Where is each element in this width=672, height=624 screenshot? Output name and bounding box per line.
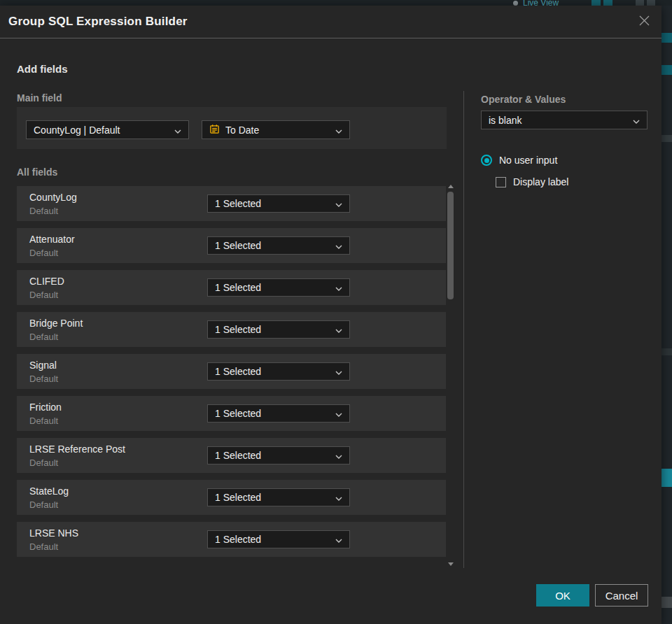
- date-field-select[interactable]: To Date: [202, 120, 350, 139]
- display-label-checkbox-row[interactable]: Display label: [496, 176, 568, 187]
- chevron-down-icon: [335, 408, 342, 419]
- chevron-down-icon: [335, 492, 342, 503]
- chevron-down-icon: [633, 115, 640, 126]
- panel-divider: [463, 91, 464, 568]
- display-label-label[interactable]: Display label: [513, 176, 568, 187]
- field-row: Bridge Point Default 1 Selected: [17, 312, 446, 347]
- background-panel-block: [662, 65, 672, 75]
- main-field-select[interactable]: CountyLog | Default: [26, 120, 189, 139]
- chevron-down-icon: [335, 534, 342, 545]
- main-field-label: Main field: [17, 92, 62, 104]
- row-selected-label: 1 Selected: [215, 198, 330, 209]
- field-row: LRSE Reference Post Default 1 Selected: [17, 438, 446, 473]
- row-selected-label: 1 Selected: [215, 408, 330, 419]
- background-toolbar-chip: [647, 0, 655, 6]
- scrollbar-up-arrow-icon[interactable]: [448, 185, 454, 188]
- field-sub: Default: [29, 332, 58, 342]
- chevron-down-icon: [335, 282, 342, 293]
- background-panel-block: [662, 33, 672, 43]
- dialog-title: Group SQL Expression Builder: [8, 15, 188, 29]
- field-name: StateLog: [29, 485, 69, 497]
- field-sub: Default: [29, 206, 58, 216]
- operator-values-label: Operator & Values: [481, 94, 566, 105]
- background-panel-block: [662, 469, 672, 487]
- field-row: StateLog Default 1 Selected: [17, 480, 446, 515]
- field-row: CountyLog Default 1 Selected: [17, 186, 446, 221]
- field-sub: Default: [29, 458, 58, 468]
- background-toolbar-chip: [636, 0, 644, 6]
- row-selected-dropdown[interactable]: 1 Selected: [207, 236, 350, 255]
- row-selected-dropdown[interactable]: 1 Selected: [207, 194, 350, 213]
- chevron-down-icon: [335, 324, 342, 335]
- row-selected-dropdown[interactable]: 1 Selected: [207, 530, 350, 548]
- field-row: Attenuator Default 1 Selected: [17, 228, 446, 263]
- field-row: LRSE NHS Default 1 Selected: [17, 522, 446, 557]
- background-panel-block: [662, 597, 672, 608]
- chevron-down-icon: [335, 125, 342, 136]
- field-name: Bridge Point: [29, 318, 83, 329]
- field-name: CountyLog: [29, 192, 77, 203]
- close-button[interactable]: [636, 14, 652, 29]
- scrollbar-thumb[interactable]: [447, 192, 454, 299]
- operator-select[interactable]: is blank: [481, 111, 648, 129]
- field-sub: Default: [29, 541, 58, 552]
- scrollbar-down-arrow-icon[interactable]: [448, 562, 454, 566]
- row-selected-dropdown[interactable]: 1 Selected: [207, 320, 350, 339]
- row-selected-dropdown[interactable]: 1 Selected: [207, 278, 350, 297]
- row-selected-dropdown[interactable]: 1 Selected: [207, 404, 350, 423]
- field-name: Friction: [29, 402, 62, 413]
- chevron-down-icon: [335, 198, 342, 209]
- all-fields-list: CountyLog Default 1 Selected Attenuator …: [17, 186, 446, 564]
- operator-select-value: is blank: [489, 115, 627, 126]
- live-view-indicator: Live View: [513, 0, 559, 6]
- cancel-button[interactable]: Cancel: [595, 584, 648, 607]
- field-sub: Default: [29, 374, 58, 384]
- row-selected-label: 1 Selected: [215, 282, 330, 293]
- row-selected-label: 1 Selected: [215, 324, 330, 335]
- field-row: Friction Default 1 Selected: [17, 396, 446, 431]
- row-selected-label: 1 Selected: [215, 450, 330, 461]
- close-icon: [638, 15, 650, 29]
- field-name: Attenuator: [29, 234, 75, 245]
- field-row: CLIFED Default 1 Selected: [17, 270, 446, 305]
- row-selected-label: 1 Selected: [215, 492, 330, 503]
- row-selected-label: 1 Selected: [215, 240, 330, 251]
- chevron-down-icon: [335, 450, 342, 461]
- dialog-titlebar: Group SQL Expression Builder: [0, 6, 662, 38]
- row-selected-dropdown[interactable]: 1 Selected: [207, 488, 350, 506]
- checkbox-unchecked-icon[interactable]: [496, 177, 506, 187]
- background-app-strip: Live View: [0, 0, 672, 6]
- no-user-input-label[interactable]: No user input: [499, 155, 557, 166]
- ok-button[interactable]: OK: [536, 584, 589, 607]
- field-row: Signal Default 1 Selected: [17, 354, 446, 389]
- row-selected-dropdown[interactable]: 1 Selected: [207, 362, 350, 381]
- radio-selected-icon: [481, 155, 492, 166]
- add-fields-heading: Add fields: [17, 63, 68, 75]
- chevron-down-icon: [335, 366, 342, 377]
- chevron-down-icon: [174, 125, 181, 136]
- main-field-select-value: CountyLog | Default: [34, 125, 169, 136]
- date-field-select-value: To Date: [225, 125, 330, 136]
- background-toolbar-chip: [603, 0, 612, 6]
- group-sql-expression-builder-dialog: Group SQL Expression Builder Add fields …: [0, 6, 662, 624]
- row-selected-label: 1 Selected: [215, 366, 330, 377]
- no-user-input-radio[interactable]: No user input: [481, 155, 557, 166]
- field-name: LRSE Reference Post: [29, 444, 125, 455]
- field-sub: Default: [29, 248, 58, 258]
- all-fields-label: All fields: [17, 166, 57, 178]
- field-sub: Default: [29, 499, 58, 510]
- field-name: Signal: [29, 360, 57, 371]
- field-name: CLIFED: [29, 276, 64, 287]
- background-panel-block: [662, 135, 672, 142]
- field-sub: Default: [29, 416, 58, 426]
- calendar-icon: [209, 124, 220, 136]
- live-view-dot-icon: [513, 1, 518, 6]
- background-side-panel: [662, 6, 672, 624]
- chevron-down-icon: [335, 240, 342, 251]
- background-panel-block: [662, 348, 672, 355]
- field-sub: Default: [29, 290, 58, 300]
- fields-list-scrollbar: [447, 185, 455, 566]
- background-toolbar-chip: [592, 0, 601, 6]
- row-selected-dropdown[interactable]: 1 Selected: [207, 446, 350, 465]
- row-selected-label: 1 Selected: [215, 534, 330, 545]
